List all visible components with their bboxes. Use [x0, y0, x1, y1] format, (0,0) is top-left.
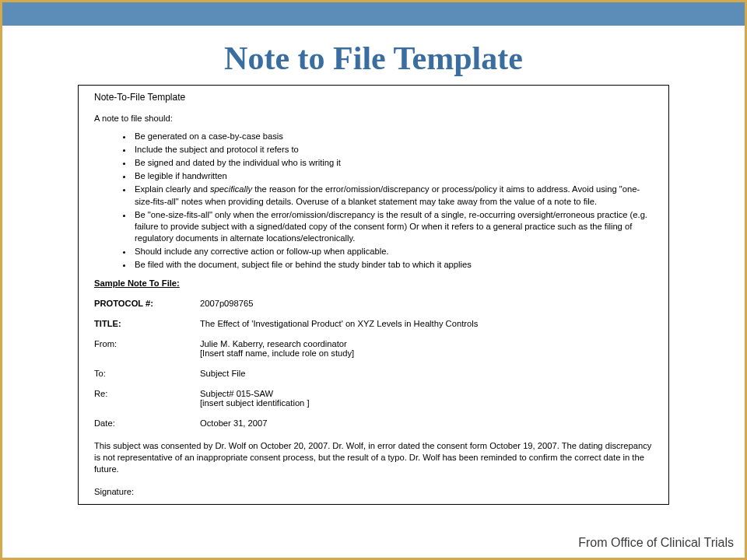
re-hint: [insert subject identification ] — [200, 398, 653, 408]
document-frame: Note-To-File Template A note to file sho… — [78, 85, 669, 505]
slide-frame: Note to File Template Note-To-File Templ… — [0, 0, 747, 560]
intro-text: A note to file should: — [94, 114, 653, 123]
field-from: From: Julie M. Kaberry, research coordin… — [94, 339, 653, 358]
field-value: Julie M. Kaberry, research coordinator [… — [200, 339, 653, 358]
field-date: Date: October 31, 2007 — [94, 418, 653, 428]
field-label: To: — [94, 369, 200, 378]
emphasized-word: specifically — [210, 184, 252, 194]
field-label: Re: — [94, 389, 200, 408]
field-label: TITLE: — [94, 319, 200, 328]
re-value-text: Subject# 015-SAW — [200, 389, 273, 398]
body-paragraph: This subject was consented by Dr. Wolf o… — [94, 440, 653, 475]
list-item: Be generated on a case-by-case basis — [133, 131, 653, 142]
list-item: Include the subject and protocol it refe… — [133, 144, 653, 156]
list-item: Be legible if handwritten — [133, 170, 653, 182]
field-protocol: PROTOCOL #: 2007p098765 — [94, 299, 653, 308]
signature-line: Signature: — [94, 487, 653, 496]
field-label: From: — [94, 339, 200, 358]
attribution-text: From Office of Clinical Trials — [578, 536, 734, 550]
list-item: Should include any corrective action or … — [133, 246, 653, 257]
field-value: Subject File — [200, 369, 653, 378]
list-item: Be "one-size-fits-all" only when the err… — [133, 209, 653, 244]
field-to: To: Subject File — [94, 369, 653, 378]
field-value: 2007p098765 — [200, 299, 653, 308]
field-label: PROTOCOL #: — [94, 299, 200, 308]
field-value: The Effect of 'Investigational Product' … — [200, 319, 653, 328]
field-label: Date: — [94, 418, 200, 428]
list-item: Explain clearly and specifically the rea… — [133, 184, 653, 207]
doc-heading: Note-To-File Template — [94, 92, 653, 103]
from-hint: [Insert staff name, include role on stud… — [200, 348, 653, 358]
field-value: Subject# 015-SAW [insert subject identif… — [200, 389, 653, 408]
sample-title: Sample Note To File: — [94, 278, 653, 288]
bullet-list: Be generated on a case-by-case basis Inc… — [133, 131, 653, 271]
list-item: Be signed and dated by the individual wh… — [133, 157, 653, 169]
slide-title: Note to File Template — [2, 40, 745, 77]
list-item: Be filed with the document, subject file… — [133, 259, 653, 271]
field-title: TITLE: The Effect of 'Investigational Pr… — [94, 319, 653, 328]
list-item-text-pre: Explain clearly and — [135, 184, 210, 194]
from-value-text: Julie M. Kaberry, research coordinator — [200, 339, 347, 348]
top-band — [2, 2, 745, 26]
field-re: Re: Subject# 015-SAW [insert subject ide… — [94, 389, 653, 408]
field-value: October 31, 2007 — [200, 418, 653, 428]
